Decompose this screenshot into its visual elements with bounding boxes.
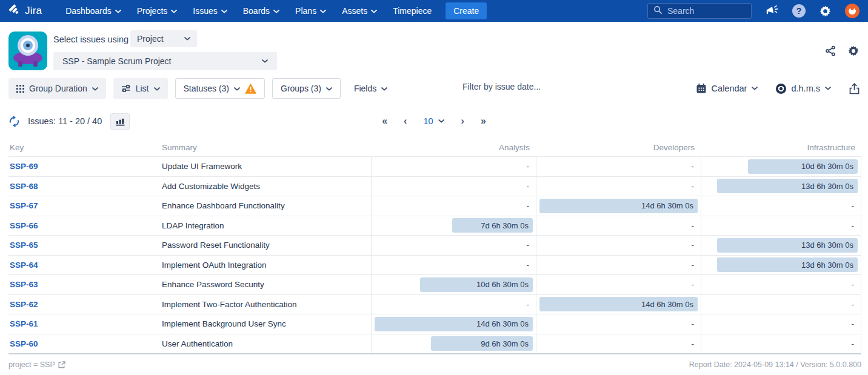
duration-bar[interactable]: 14d 6h 30m 0s <box>539 297 698 311</box>
jira-logo-text: Jira <box>25 5 42 17</box>
create-button[interactable]: Create <box>446 2 487 19</box>
refresh-icon[interactable] <box>8 116 20 127</box>
table-row: SSP-67Enhance Dashboard Functionality-14… <box>8 196 861 216</box>
report-settings-gear-icon[interactable] <box>847 45 860 57</box>
prev-page-button[interactable]: ‹ <box>404 116 407 126</box>
duration-bar[interactable]: 14d 6h 30m 0s <box>375 317 533 331</box>
nav-timepiece[interactable]: Timepiece <box>385 0 439 22</box>
view-mode-list-button[interactable]: List <box>113 78 168 99</box>
gear-icon[interactable] <box>819 5 832 18</box>
first-page-button[interactable]: « <box>382 116 387 126</box>
issues-count-label: Issues: 11 - 20 / 40 <box>28 116 102 126</box>
empty-duration: - <box>692 339 698 348</box>
duration-bar[interactable]: 7d 6h 30m 0s <box>452 218 533 233</box>
issue-key-link[interactable]: SSP-62 <box>10 300 38 309</box>
table-row: SSP-65Password Reset Functionality--13d … <box>8 235 861 255</box>
project-select[interactable]: SSP - Sample Scrum Project <box>53 52 277 70</box>
last-page-button[interactable]: » <box>481 116 486 126</box>
nav-boards[interactable]: Boards <box>235 0 287 22</box>
nav-projects-label: Projects <box>137 6 168 16</box>
sliders-icon <box>121 84 131 93</box>
duration-cell-infrastructure: 10d 6h 30m 0s <box>701 157 861 176</box>
groups-label: Groups (3) <box>281 84 321 93</box>
user-avatar[interactable] <box>845 4 860 18</box>
issue-date-filter-input[interactable] <box>462 82 578 91</box>
top-navbar: Jira Dashboards Projects Issues Boards P… <box>0 0 868 22</box>
duration-bar[interactable]: 13d 6h 30m 0s <box>717 179 858 193</box>
duration-bar[interactable]: 10d 6h 30m 0s <box>420 277 533 292</box>
issue-key-link[interactable]: SSP-64 <box>10 261 38 270</box>
duration-cell-developers: - <box>536 314 701 334</box>
ufo-leg <box>33 61 38 67</box>
page-size-select[interactable]: 10 <box>423 116 444 126</box>
nav-issues[interactable]: Issues <box>185 0 235 22</box>
duration-cell-infrastructure: - <box>701 314 861 334</box>
issue-key-link[interactable]: SSP-60 <box>10 339 38 348</box>
empty-duration: - <box>852 201 858 210</box>
duration-bar[interactable]: 9d 6h 30m 0s <box>431 336 533 351</box>
issue-key-link[interactable]: SSP-66 <box>10 221 38 230</box>
issue-key-cell: SSP-63 <box>8 275 161 294</box>
search-input[interactable] <box>667 6 740 16</box>
list-label: List <box>136 84 149 93</box>
external-link-icon[interactable] <box>58 361 65 368</box>
nav-plans[interactable]: Plans <box>287 0 334 22</box>
issue-key-link[interactable]: SSP-69 <box>10 162 38 171</box>
ufo-leg <box>18 61 22 67</box>
next-page-button[interactable]: › <box>461 116 464 126</box>
help-icon[interactable]: ? <box>792 4 806 18</box>
jira-logo[interactable]: Jira <box>8 4 42 19</box>
duration-bar[interactable]: 10d 6h 30m 0s <box>748 159 858 174</box>
duration-cell-analysts: - <box>371 157 536 176</box>
duration-cell-analysts: - <box>371 295 536 314</box>
duration-cell-infrastructure: - <box>701 295 861 314</box>
share-icon[interactable] <box>824 45 836 57</box>
megaphone-icon[interactable] <box>765 5 779 17</box>
empty-duration: - <box>692 162 698 171</box>
fields-button[interactable]: Fields <box>348 78 393 99</box>
calendar-icon <box>696 83 707 94</box>
issue-key-link[interactable]: SSP-68 <box>10 182 38 191</box>
duration-cell-infrastructure: 13d 6h 30m 0s <box>701 256 861 275</box>
chart-view-button[interactable] <box>110 113 130 130</box>
empty-duration: - <box>527 261 533 270</box>
nav-assets[interactable]: Assets <box>334 0 385 22</box>
issue-key-cell: SSP-66 <box>8 216 161 236</box>
table-row: SSP-63Enhance Password Security10d 6h 30… <box>8 274 861 294</box>
duration-cell-developers: 14d 6h 30m 0s <box>536 196 701 216</box>
report-toolbar: Group Duration List Statuses (3) Groups … <box>8 78 860 99</box>
issue-key-link[interactable]: SSP-63 <box>10 280 38 289</box>
table-row: SSP-68Add Customizable Widgets--13d 6h 3… <box>8 176 861 196</box>
duration-units-select[interactable]: d.h.m.s <box>776 84 831 94</box>
groups-filter-button[interactable]: Groups (3) <box>272 78 341 99</box>
empty-duration: - <box>692 261 698 270</box>
duration-cell-developers: - <box>536 334 701 354</box>
issue-key-link[interactable]: SSP-67 <box>10 201 38 210</box>
duration-bar[interactable]: 13d 6h 30m 0s <box>717 238 858 253</box>
duration-cell-infrastructure: - <box>701 334 861 354</box>
issue-source-select[interactable]: Project <box>130 30 197 47</box>
pagination: « ‹ 10 › » <box>382 116 486 126</box>
issue-key-cell: SSP-60 <box>8 334 161 354</box>
statuses-filter-button[interactable]: Statuses (3) <box>175 78 265 99</box>
table-row: SSP-66LDAP Integration7d 6h 30m 0s-- <box>8 216 861 236</box>
nav-projects[interactable]: Projects <box>129 0 185 22</box>
nav-boards-label: Boards <box>243 6 270 16</box>
issue-key-link[interactable]: SSP-61 <box>10 319 38 328</box>
duration-bar[interactable]: 14d 6h 30m 0s <box>539 199 698 213</box>
table-row: SSP-60User Authentication9d 6h 30m 0s-- <box>8 334 861 354</box>
table-row: SSP-69Update UI Framework--10d 6h 30m 0s <box>8 156 861 176</box>
issue-summary: Update UI Framework <box>161 157 371 176</box>
nav-issues-label: Issues <box>193 6 217 16</box>
issue-key-cell: SSP-65 <box>8 236 161 255</box>
calendar-select[interactable]: Calendar <box>696 83 758 94</box>
group-duration-button[interactable]: Group Duration <box>8 78 106 99</box>
units-clock-icon <box>776 84 786 94</box>
export-icon[interactable] <box>849 83 860 95</box>
duration-bar[interactable]: 13d 6h 30m 0s <box>717 257 858 272</box>
bar-chart-icon <box>115 117 125 126</box>
nav-dashboards[interactable]: Dashboards <box>58 0 129 22</box>
issue-key-link[interactable]: SSP-65 <box>10 241 38 250</box>
global-search[interactable] <box>647 3 752 19</box>
chevron-down-icon <box>326 87 332 91</box>
